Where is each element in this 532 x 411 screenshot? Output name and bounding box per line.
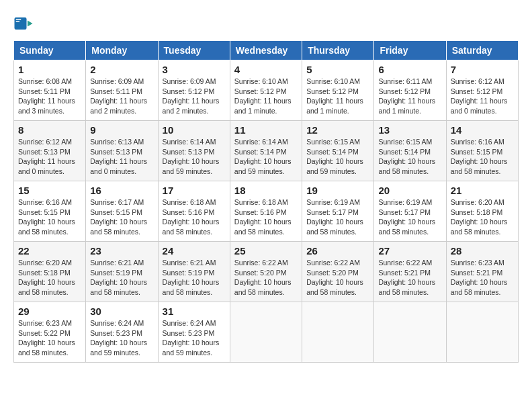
day-info: Sunrise: 6:22 AMSunset: 5:21 PMDaylight:… xyxy=(378,259,435,296)
day-info: Sunrise: 6:16 AMSunset: 5:15 PMDaylight:… xyxy=(18,198,75,236)
day-number: 27 xyxy=(378,245,441,257)
day-info: Sunrise: 6:21 AMSunset: 5:19 PMDaylight:… xyxy=(163,259,220,296)
day-number: 21 xyxy=(451,185,514,196)
calendar-day: 26 Sunrise: 6:22 AMSunset: 5:20 PMDaylig… xyxy=(302,242,374,302)
logo-icon xyxy=(13,13,34,34)
calendar-day: 23 Sunrise: 6:21 AMSunset: 5:19 PMDaylig… xyxy=(86,242,158,302)
day-number: 14 xyxy=(451,124,514,136)
calendar-day: 1 Sunrise: 6:08 AMSunset: 5:11 PMDayligh… xyxy=(14,60,86,121)
calendar-day: 19 Sunrise: 6:19 AMSunset: 5:17 PMDaylig… xyxy=(302,181,374,242)
calendar-header-row: SundayMondayTuesdayWednesdayThursdayFrid… xyxy=(14,41,519,60)
day-number: 5 xyxy=(306,64,369,75)
day-number: 25 xyxy=(234,245,298,257)
day-info: Sunrise: 6:17 AMSunset: 5:15 PMDaylight:… xyxy=(90,198,147,236)
day-number: 22 xyxy=(18,245,81,257)
calendar-week-3: 15 Sunrise: 6:16 AMSunset: 5:15 PMDaylig… xyxy=(14,181,519,242)
calendar-day: 29 Sunrise: 6:23 AMSunset: 5:22 PMDaylig… xyxy=(14,302,86,363)
day-number: 1 xyxy=(18,64,81,75)
calendar-day: 2 Sunrise: 6:09 AMSunset: 5:11 PMDayligh… xyxy=(86,60,158,121)
day-info: Sunrise: 6:10 AMSunset: 5:12 PMDaylight:… xyxy=(234,77,292,115)
calendar-day: 3 Sunrise: 6:09 AMSunset: 5:12 PMDayligh… xyxy=(158,60,230,121)
calendar-week-1: 1 Sunrise: 6:08 AMSunset: 5:11 PMDayligh… xyxy=(14,60,519,121)
calendar-day: 10 Sunrise: 6:14 AMSunset: 5:13 PMDaylig… xyxy=(158,121,230,181)
calendar-week-5: 29 Sunrise: 6:23 AMSunset: 5:22 PMDaylig… xyxy=(14,302,519,363)
day-info: Sunrise: 6:18 AMSunset: 5:16 PMDaylight:… xyxy=(234,198,292,236)
calendar-day: 31 Sunrise: 6:24 AMSunset: 5:23 PMDaylig… xyxy=(158,302,230,363)
day-info: Sunrise: 6:09 AMSunset: 5:12 PMDaylight:… xyxy=(163,77,220,115)
day-info: Sunrise: 6:19 AMSunset: 5:17 PMDaylight:… xyxy=(306,198,363,236)
day-info: Sunrise: 6:22 AMSunset: 5:20 PMDaylight:… xyxy=(234,259,292,296)
day-number: 11 xyxy=(234,124,298,136)
day-info: Sunrise: 6:14 AMSunset: 5:13 PMDaylight:… xyxy=(163,138,220,175)
day-info: Sunrise: 6:18 AMSunset: 5:16 PMDaylight:… xyxy=(163,198,220,236)
day-info: Sunrise: 6:12 AMSunset: 5:13 PMDaylight:… xyxy=(18,138,75,175)
day-number: 4 xyxy=(234,64,298,75)
day-number: 10 xyxy=(163,124,226,136)
calendar-day: 24 Sunrise: 6:21 AMSunset: 5:19 PMDaylig… xyxy=(158,242,230,302)
day-number: 31 xyxy=(163,306,226,317)
day-info: Sunrise: 6:20 AMSunset: 5:18 PMDaylight:… xyxy=(451,198,508,236)
day-info: Sunrise: 6:12 AMSunset: 5:12 PMDaylight:… xyxy=(451,77,508,115)
day-info: Sunrise: 6:10 AMSunset: 5:12 PMDaylight:… xyxy=(306,77,363,115)
calendar: SundayMondayTuesdayWednesdayThursdayFrid… xyxy=(13,40,519,363)
calendar-day: 8 Sunrise: 6:12 AMSunset: 5:13 PMDayligh… xyxy=(14,121,86,181)
page-header xyxy=(13,13,519,34)
day-number: 24 xyxy=(163,245,226,257)
logo xyxy=(13,13,35,34)
svg-marker-1 xyxy=(28,21,33,27)
calendar-day: 21 Sunrise: 6:20 AMSunset: 5:18 PMDaylig… xyxy=(446,181,518,242)
day-number: 9 xyxy=(90,124,153,136)
calendar-week-2: 8 Sunrise: 6:12 AMSunset: 5:13 PMDayligh… xyxy=(14,121,519,181)
calendar-day: 5 Sunrise: 6:10 AMSunset: 5:12 PMDayligh… xyxy=(302,60,374,121)
day-info: Sunrise: 6:20 AMSunset: 5:18 PMDaylight:… xyxy=(18,259,75,296)
day-info: Sunrise: 6:14 AMSunset: 5:14 PMDaylight:… xyxy=(234,138,292,175)
day-info: Sunrise: 6:19 AMSunset: 5:17 PMDaylight:… xyxy=(378,198,435,236)
day-number: 12 xyxy=(306,124,369,136)
day-number: 18 xyxy=(234,185,298,196)
day-number: 15 xyxy=(18,185,81,196)
svg-rect-3 xyxy=(16,21,19,22)
column-header-monday: Monday xyxy=(86,41,158,60)
calendar-day xyxy=(302,302,374,363)
day-number: 8 xyxy=(18,124,81,136)
calendar-day: 16 Sunrise: 6:17 AMSunset: 5:15 PMDaylig… xyxy=(86,181,158,242)
day-number: 30 xyxy=(90,306,153,317)
column-header-wednesday: Wednesday xyxy=(230,41,302,60)
calendar-day: 18 Sunrise: 6:18 AMSunset: 5:16 PMDaylig… xyxy=(230,181,302,242)
calendar-day xyxy=(446,302,518,363)
calendar-day: 13 Sunrise: 6:15 AMSunset: 5:14 PMDaylig… xyxy=(374,121,446,181)
calendar-day: 28 Sunrise: 6:23 AMSunset: 5:21 PMDaylig… xyxy=(446,242,518,302)
day-info: Sunrise: 6:16 AMSunset: 5:15 PMDaylight:… xyxy=(451,138,508,175)
day-number: 2 xyxy=(90,64,153,75)
calendar-day xyxy=(230,302,302,363)
column-header-thursday: Thursday xyxy=(302,41,374,60)
calendar-day: 4 Sunrise: 6:10 AMSunset: 5:12 PMDayligh… xyxy=(230,60,302,121)
calendar-day: 9 Sunrise: 6:13 AMSunset: 5:13 PMDayligh… xyxy=(86,121,158,181)
day-info: Sunrise: 6:08 AMSunset: 5:11 PMDaylight:… xyxy=(18,77,75,115)
day-number: 17 xyxy=(163,185,226,196)
day-number: 7 xyxy=(451,64,514,75)
column-header-saturday: Saturday xyxy=(446,41,518,60)
day-number: 20 xyxy=(378,185,441,196)
calendar-day: 14 Sunrise: 6:16 AMSunset: 5:15 PMDaylig… xyxy=(446,121,518,181)
day-number: 13 xyxy=(378,124,441,136)
calendar-day: 30 Sunrise: 6:24 AMSunset: 5:23 PMDaylig… xyxy=(86,302,158,363)
day-info: Sunrise: 6:22 AMSunset: 5:20 PMDaylight:… xyxy=(306,259,363,296)
day-info: Sunrise: 6:24 AMSunset: 5:23 PMDaylight:… xyxy=(90,319,147,357)
column-header-sunday: Sunday xyxy=(14,41,86,60)
day-number: 16 xyxy=(90,185,153,196)
calendar-week-4: 22 Sunrise: 6:20 AMSunset: 5:18 PMDaylig… xyxy=(14,242,519,302)
calendar-day: 12 Sunrise: 6:15 AMSunset: 5:14 PMDaylig… xyxy=(302,121,374,181)
day-info: Sunrise: 6:23 AMSunset: 5:22 PMDaylight:… xyxy=(18,319,75,357)
column-header-tuesday: Tuesday xyxy=(158,41,230,60)
calendar-day: 25 Sunrise: 6:22 AMSunset: 5:20 PMDaylig… xyxy=(230,242,302,302)
calendar-day: 17 Sunrise: 6:18 AMSunset: 5:16 PMDaylig… xyxy=(158,181,230,242)
day-number: 26 xyxy=(306,245,369,257)
calendar-day: 15 Sunrise: 6:16 AMSunset: 5:15 PMDaylig… xyxy=(14,181,86,242)
day-info: Sunrise: 6:24 AMSunset: 5:23 PMDaylight:… xyxy=(163,319,220,357)
calendar-day: 22 Sunrise: 6:20 AMSunset: 5:18 PMDaylig… xyxy=(14,242,86,302)
day-info: Sunrise: 6:11 AMSunset: 5:12 PMDaylight:… xyxy=(378,77,435,115)
calendar-day: 7 Sunrise: 6:12 AMSunset: 5:12 PMDayligh… xyxy=(446,60,518,121)
calendar-day: 20 Sunrise: 6:19 AMSunset: 5:17 PMDaylig… xyxy=(374,181,446,242)
day-number: 6 xyxy=(378,64,441,75)
